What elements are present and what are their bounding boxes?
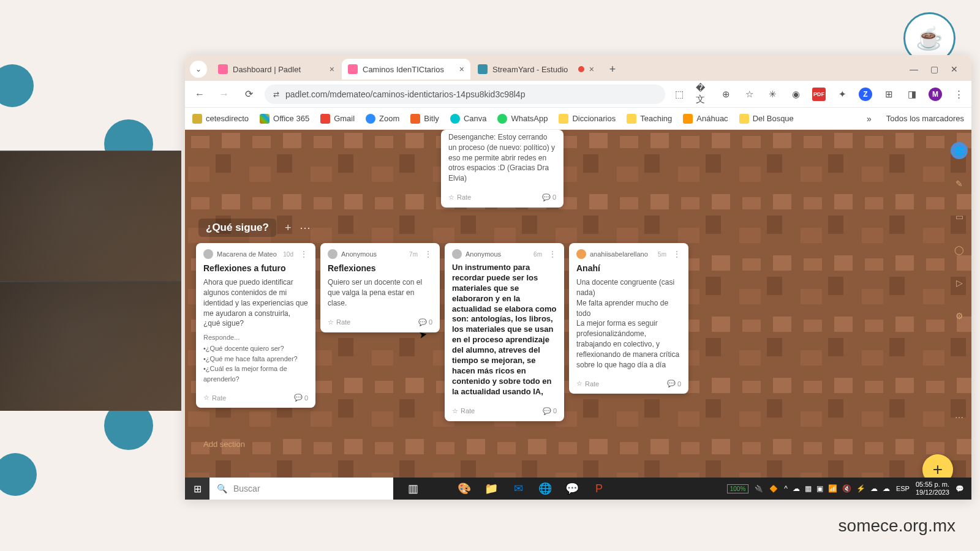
back-button[interactable]: ← — [191, 89, 208, 100]
bookmark-bitly[interactable]: Bitly — [410, 114, 439, 124]
add-post-icon[interactable]: + — [285, 222, 292, 234]
tab-streamyard[interactable]: StreamYard - Estudio × — [472, 59, 600, 80]
extension-icon[interactable]: ◉ — [789, 88, 802, 101]
card-menu-icon[interactable]: ⋮ — [300, 249, 308, 259]
add-section-button[interactable]: Add section — [203, 440, 245, 449]
card-menu-icon[interactable]: ⋮ — [673, 249, 681, 259]
extension-icon[interactable]: ✦ — [835, 88, 849, 101]
taskbar-clock[interactable]: 05:55 p. m. 19/12/2023 — [916, 481, 949, 497]
bookmark-teaching[interactable]: Teaching — [627, 114, 672, 124]
tray-icon[interactable]: ⚡ — [856, 484, 865, 493]
bookmark-star-icon[interactable]: ☆ — [742, 88, 756, 101]
padlet-card[interactable]: Anonymous 6m ⋮ Un instrumento para recor… — [445, 243, 564, 421]
padlet-card[interactable]: Anonymous 7m ⋮ Reflexiones Quiero ser un… — [320, 243, 440, 332]
maximize-icon[interactable]: ▢ — [930, 64, 938, 74]
close-tab-icon[interactable]: × — [330, 64, 334, 74]
zotero-extension-icon[interactable]: Z — [859, 88, 872, 101]
bookmark-whatsapp[interactable]: WhatsApp — [497, 114, 548, 124]
taskbar-app-icon[interactable]: 🎨 — [452, 478, 477, 500]
more-icon[interactable]: ⋯ — [951, 409, 968, 426]
power-icon[interactable]: 🔌 — [755, 485, 763, 493]
padlet-card[interactable]: Desenganche: Estoy cerrando un proceso (… — [441, 130, 564, 208]
bookmark-canva[interactable]: Canva — [450, 114, 487, 124]
all-bookmarks-folder[interactable]: Todos los marcadores — [883, 114, 964, 123]
side-panel-icon[interactable]: ◨ — [905, 88, 919, 101]
bookmark-diccionarios[interactable]: Diccionarios — [559, 114, 616, 124]
site-info-icon[interactable]: ⇄ — [273, 90, 279, 99]
minimize-icon[interactable]: — — [910, 64, 918, 74]
close-tab-icon[interactable]: × — [589, 64, 594, 74]
play-icon[interactable]: ▷ — [951, 274, 968, 291]
section-menu-icon[interactable]: ⋯ — [300, 221, 311, 234]
slideshow-icon[interactable]: ▭ — [951, 208, 968, 225]
chrome-icon[interactable]: 🌐 — [533, 478, 557, 500]
battery-indicator[interactable]: 100% — [727, 484, 749, 493]
language-indicator[interactable]: ESP — [896, 485, 910, 492]
rate-button[interactable]: ☆ Rate — [328, 318, 350, 326]
bookmarks-overflow-icon[interactable]: » — [867, 114, 872, 124]
padlet-card[interactable]: Macarena de Mateo 10d ⋮ Reflexiones a fu… — [196, 243, 315, 408]
rate-button[interactable]: ☆ Rate — [576, 380, 599, 388]
bookmark-anahuac[interactable]: Anáhuac — [683, 114, 728, 124]
remake-icon[interactable]: ✎ — [951, 175, 968, 192]
bookmark-office365[interactable]: Office 365 — [260, 114, 309, 124]
tab-dashboard[interactable]: Dashboard | Padlet × — [212, 59, 341, 80]
settings-icon[interactable]: ⚙ — [951, 307, 968, 324]
bookmark-gmail[interactable]: Gmail — [320, 114, 355, 124]
tab-search-button[interactable]: ⌄ — [190, 61, 207, 78]
comments-count[interactable]: 💬 0 — [667, 380, 681, 388]
card-author: Anonymous — [341, 250, 405, 258]
weather-icon[interactable]: ☁ — [883, 484, 890, 493]
tab-caminos[interactable]: Caminos IdenTICtarios × — [342, 59, 470, 80]
comments-count[interactable]: 💬 0 — [294, 394, 308, 402]
search-placeholder: Buscar — [233, 484, 260, 493]
chrome-menu-icon[interactable]: ⋮ — [952, 88, 965, 101]
install-icon[interactable]: ⬚ — [673, 88, 686, 101]
profile-avatar[interactable]: M — [929, 88, 942, 101]
whatsapp-icon[interactable]: 💬 — [560, 478, 584, 500]
volume-icon[interactable]: 🔇 — [842, 484, 851, 493]
file-explorer-icon[interactable]: 📁 — [479, 478, 503, 500]
taskbar-search[interactable]: 🔍 Buscar — [209, 478, 393, 500]
onedrive-icon[interactable]: ☁ — [793, 484, 800, 493]
extension-icon[interactable]: ✳ — [766, 88, 779, 101]
tray-app-icon[interactable]: 🔶 — [769, 485, 778, 493]
rate-button[interactable]: ☆ Rate — [448, 193, 471, 201]
card-menu-icon[interactable]: ⋮ — [548, 249, 557, 259]
wifi-icon[interactable]: 📶 — [828, 484, 837, 493]
share-icon[interactable]: 🌐 — [951, 142, 968, 159]
new-tab-button[interactable]: + — [604, 61, 621, 78]
translate-icon[interactable]: �文 — [696, 88, 709, 101]
close-window-icon[interactable]: ✕ — [951, 64, 958, 74]
bookmark-zoom[interactable]: Zoom — [366, 114, 399, 124]
pdf-extension-icon[interactable]: PDF — [812, 88, 826, 101]
comments-count[interactable]: 💬 0 — [543, 407, 557, 415]
outlook-icon[interactable]: ✉ — [506, 478, 530, 500]
powerpoint-icon[interactable]: P — [587, 478, 611, 500]
task-view-icon[interactable]: ▥ — [401, 478, 425, 500]
weather-icon[interactable]: ☁ — [870, 484, 878, 493]
zoom-icon[interactable]: ⊕ — [719, 88, 733, 101]
rate-button[interactable]: ☆ Rate — [452, 407, 475, 415]
activity-icon[interactable]: ◯ — [951, 241, 968, 258]
tray-icon[interactable]: ▦ — [805, 484, 812, 493]
comments-count[interactable]: 💬 0 — [418, 318, 432, 326]
tray-chevron-icon[interactable]: ^ — [784, 484, 788, 493]
padlet-board[interactable]: 🌐 ✎ ▭ ◯ ▷ ⚙ ⋯ Desenganche: Estoy cerrand… — [185, 130, 971, 500]
bookmark-delbosque[interactable]: Del Bosque — [739, 114, 794, 124]
rate-button[interactable]: ☆ Rate — [203, 394, 226, 402]
notifications-icon[interactable]: 💬 — [956, 485, 964, 493]
start-button[interactable]: ⊞ — [185, 478, 209, 500]
extensions-menu-icon[interactable]: ⊞ — [882, 88, 895, 101]
card-title: Reflexiones — [328, 263, 432, 274]
url-bar[interactable]: ⇄ padlet.com/mdemateo/caminos-identictar… — [265, 84, 665, 104]
padlet-card[interactable]: anahiisabelarellano 5m ⋮ Anahí Una docen… — [569, 243, 688, 394]
tray-icon[interactable]: ▣ — [816, 484, 823, 493]
comments-count[interactable]: 💬 0 — [542, 193, 556, 201]
bookmark-cetesdirecto[interactable]: cetesdirecto — [192, 114, 249, 124]
section-title[interactable]: ¿Qué sigue? — [198, 219, 276, 237]
close-tab-icon[interactable]: × — [459, 64, 464, 74]
card-menu-icon[interactable]: ⋮ — [424, 249, 432, 259]
forward-button[interactable]: → — [216, 89, 233, 100]
reload-button[interactable]: ⟳ — [240, 88, 257, 100]
